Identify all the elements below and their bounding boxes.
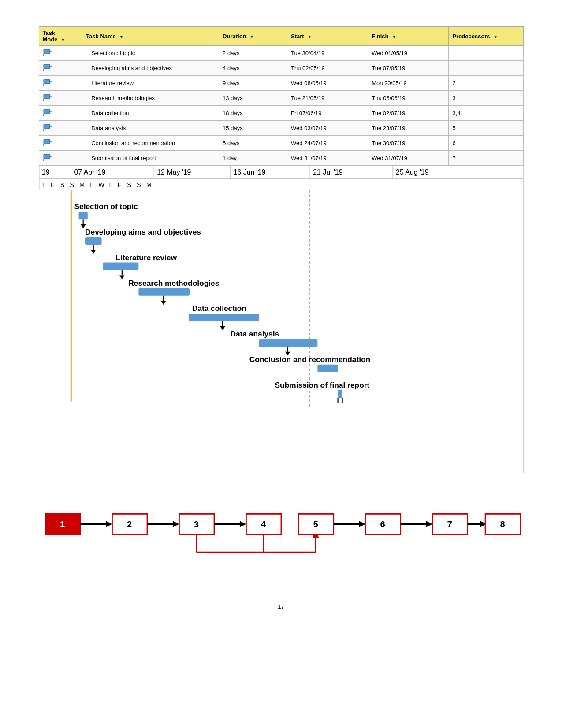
- network-diagram: 1 2 3 4: [39, 482, 524, 586]
- task-mode-icon: [43, 108, 52, 116]
- table-row: Selection of topic2 daysTue 30/04/19Wed …: [39, 46, 523, 61]
- th-finish: Finish ▼: [368, 27, 449, 46]
- svg-text:2: 2: [127, 519, 131, 529]
- task-mode-cell: [39, 61, 82, 76]
- task-mode-icon: [43, 78, 52, 86]
- taskname-sort-icon[interactable]: ▼: [119, 34, 123, 39]
- task-finish-cell: Mon 20/05/19: [368, 76, 449, 91]
- th-duration: Duration ▼: [219, 27, 287, 46]
- svg-rect-9: [44, 94, 50, 99]
- task-mode-icon: [43, 93, 52, 101]
- svg-rect-58: [103, 263, 138, 270]
- task-predecessors-cell: 3: [449, 91, 523, 106]
- svg-rect-6: [44, 79, 50, 84]
- svg-text:07 Apr '19: 07 Apr '19: [74, 168, 105, 176]
- svg-rect-52: [78, 212, 87, 219]
- task-name-cell: Research methodologies: [82, 91, 219, 106]
- svg-text:3: 3: [194, 519, 198, 529]
- svg-marker-107: [426, 521, 432, 527]
- svg-text:T: T: [108, 181, 112, 188]
- task-finish-cell: Tue 30/07/19: [368, 136, 449, 151]
- table-row: Research methodologies13 daysTue 21/05/1…: [39, 91, 523, 106]
- start-sort-icon[interactable]: ▼: [307, 34, 312, 39]
- duration-sort-icon[interactable]: ▼: [249, 34, 254, 39]
- task-name-cell: Data collection: [82, 106, 219, 121]
- task-duration-cell: 15 days: [219, 121, 287, 136]
- th-taskname: Task Name ▼: [82, 27, 219, 46]
- task-finish-cell: Tue 23/07/19: [368, 121, 449, 136]
- svg-text:Data analysis: Data analysis: [230, 329, 279, 338]
- svg-text:21 Jul '19: 21 Jul '19: [313, 168, 343, 176]
- page-number-text: 17: [278, 603, 284, 610]
- svg-rect-62: [138, 288, 190, 295]
- svg-rect-21: [44, 154, 50, 159]
- task-duration-cell: 13 days: [219, 91, 287, 106]
- task-mode-cell: [39, 91, 82, 106]
- task-duration-cell: 5 days: [219, 136, 287, 151]
- task-duration-cell: 9 days: [219, 76, 287, 91]
- svg-marker-88: [172, 521, 179, 527]
- gantt-table: TaskMode ▼ Task Name ▼ Duration ▼ Start …: [39, 26, 524, 166]
- svg-rect-66: [189, 314, 259, 321]
- task-start-cell: Wed 03/07/19: [287, 121, 368, 136]
- task-mode-icon: [43, 123, 52, 131]
- task-name-cell: Data analysis: [82, 121, 219, 136]
- svg-marker-10: [50, 95, 52, 98]
- svg-text:M: M: [79, 181, 85, 188]
- task-predecessors-cell: 7: [449, 151, 523, 166]
- page-content: TaskMode ▼ Task Name ▼ Duration ▼ Start …: [39, 26, 524, 610]
- svg-text:Submission of final report: Submission of final report: [275, 381, 369, 389]
- gantt-chart-area: '19 07 Apr '19 12 May '19 16 Jun '19 21 …: [39, 166, 524, 473]
- svg-text:Research methodologies: Research methodologies: [128, 279, 219, 287]
- svg-rect-24: [39, 166, 523, 179]
- task-name-cell: Developing aims and objectives: [82, 61, 219, 76]
- task-predecessors-cell: 5: [449, 121, 523, 136]
- task-predecessors-cell: 6: [449, 136, 523, 151]
- svg-text:Selection of topic: Selection of topic: [74, 202, 138, 211]
- svg-rect-54: [85, 237, 102, 245]
- task-duration-cell: 18 days: [219, 106, 287, 121]
- svg-text:8: 8: [500, 519, 505, 529]
- svg-rect-18: [44, 139, 50, 144]
- svg-text:5: 5: [313, 519, 318, 529]
- task-name-cell: Submission of final report: [82, 151, 219, 166]
- svg-marker-1: [50, 50, 52, 53]
- svg-text:16 Jun '19: 16 Jun '19: [233, 168, 265, 176]
- task-mode-cell: [39, 121, 82, 136]
- svg-rect-3: [44, 64, 50, 69]
- svg-text:S: S: [70, 181, 74, 188]
- svg-marker-84: [105, 521, 112, 527]
- task-predecessors-cell: 1: [449, 61, 523, 76]
- svg-text:F: F: [51, 181, 55, 188]
- task-predecessors-cell: 3,4: [449, 106, 523, 121]
- table-row: Literature review9 daysWed 08/05/19Mon 2…: [39, 76, 523, 91]
- page-number: 17: [39, 603, 524, 610]
- svg-text:'19: '19: [40, 168, 49, 176]
- task-mode-icon: [43, 153, 52, 161]
- svg-marker-64: [119, 275, 125, 279]
- svg-rect-78: [338, 390, 342, 398]
- task-start-cell: Tue 30/04/19: [287, 46, 368, 61]
- network-svg: 1 2 3 4: [39, 482, 524, 584]
- svg-rect-70: [259, 339, 317, 347]
- task-start-cell: Thu 02/05/19: [287, 61, 368, 76]
- task-duration-cell: 2 days: [219, 46, 287, 61]
- task-name-cell: Literature review: [82, 76, 219, 91]
- task-duration-cell: 4 days: [219, 61, 287, 76]
- finish-sort-icon[interactable]: ▼: [392, 34, 396, 39]
- svg-rect-74: [317, 365, 338, 372]
- svg-text:1: 1: [60, 519, 64, 529]
- svg-marker-72: [220, 326, 225, 330]
- svg-text:Literature review: Literature review: [115, 253, 177, 262]
- task-start-cell: Tue 21/05/19: [287, 91, 368, 106]
- task-finish-cell: Tue 02/07/19: [368, 106, 449, 121]
- svg-marker-4: [50, 65, 52, 68]
- svg-marker-68: [160, 301, 166, 305]
- task-mode-cell: [39, 46, 82, 61]
- svg-text:Conclusion and recommendation: Conclusion and recommendation: [249, 355, 370, 364]
- predecessors-sort-icon[interactable]: ▼: [493, 34, 498, 39]
- svg-text:T: T: [89, 181, 93, 188]
- taskmode-sort-icon[interactable]: ▼: [61, 37, 65, 42]
- svg-rect-12: [44, 109, 50, 114]
- table-row: Conclusion and recommendation5 daysWed 2…: [39, 136, 523, 151]
